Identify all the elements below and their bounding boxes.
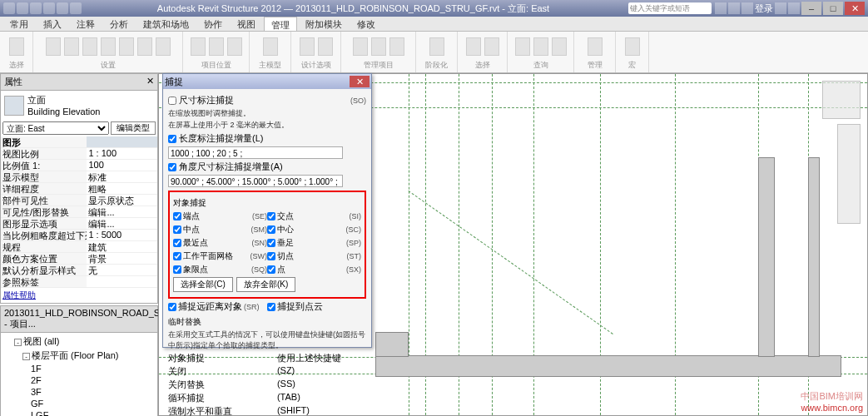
property-row[interactable]: 部件可见性显示原状态 [1,195,157,206]
do-ic1[interactable] [300,37,315,56]
info-icon[interactable] [715,2,727,14]
tree-node[interactable]: 2F [2,374,156,386]
deselect-all-button[interactable]: 放弃全部(K) [236,277,295,292]
snap-option[interactable]: 中点(SM) [173,224,267,235]
modify-icon[interactable] [9,37,24,56]
q-ic1[interactable] [515,37,530,56]
close-button[interactable]: ✕ [845,2,865,15]
length-increments[interactable]: 1000 ; 100 ; 20 ; 5 ; [168,146,343,159]
close-snap-checkbox[interactable] [168,97,176,105]
tree-node[interactable]: -视图 (all) [2,334,156,349]
tree-node[interactable]: LGF [2,409,156,416]
tree-node[interactable]: 1F [2,363,156,374]
dialog-close-button[interactable]: ✕ [350,76,370,87]
nav-bar[interactable] [837,124,861,224]
snap-option[interactable]: 最近点(SN) [173,237,267,249]
tree-node[interactable]: -楼层平面 (Floor Plan) [2,349,156,363]
length-snap-checkbox[interactable] [168,135,176,143]
snap-option[interactable]: 交点(SI) [267,210,361,222]
tab-annotate[interactable]: 注释 [70,17,102,31]
ic4[interactable] [101,37,116,56]
tab-addons[interactable]: 附加模块 [299,17,349,31]
ph-ic[interactable] [429,37,444,56]
loc-ic1[interactable] [191,37,206,56]
property-row[interactable]: 详细程度粗略 [1,183,157,195]
snap-option[interactable]: 垂足(SP) [267,237,361,249]
main-model-icon[interactable] [263,37,278,56]
tab-analyze[interactable]: 分析 [103,17,135,31]
property-row[interactable]: 显示模型标准 [1,171,157,183]
tab-view[interactable]: 视图 [231,17,262,31]
snap-option[interactable]: 切点(ST) [267,250,361,262]
property-row[interactable]: 可见性/图形替换编辑... [1,206,157,218]
property-row[interactable]: 规程建筑 [1,241,157,253]
do-ic2[interactable] [318,37,333,56]
property-row[interactable]: 默认分析显示样式无 [1,265,157,276]
dialog-title-bar[interactable]: 捕捉 ✕ [163,74,371,89]
minimize-button[interactable]: – [801,2,821,15]
ic6[interactable] [137,37,152,56]
mp-ic3[interactable] [389,37,404,56]
panel-close-icon[interactable]: ✕ [146,76,154,88]
ribbon-manage: 管理 [588,60,603,71]
tab-collab[interactable]: 协作 [197,17,229,31]
property-row[interactable]: 当比例粗略度超过下列...1 : 5000 [1,230,157,241]
snap-option[interactable]: 端点(SE) [173,210,267,222]
sel-ic2[interactable] [484,37,499,56]
snap-option[interactable]: 点(SX) [267,264,361,275]
ic1[interactable] [46,37,61,56]
help-icon[interactable] [788,2,800,14]
qat-save-icon[interactable] [30,2,42,14]
mp-ic1[interactable] [353,37,368,56]
maximize-button[interactable]: □ [823,2,843,15]
comm-icon[interactable] [775,2,786,14]
loc-ic2[interactable] [209,37,224,56]
ribbon-phase: 阶段化 [425,60,448,71]
property-row[interactable]: 图形显示选项编辑... [1,218,157,230]
star-icon[interactable] [728,2,740,14]
qat-undo-icon[interactable] [43,2,55,14]
ic5[interactable] [119,37,134,56]
angle-increments[interactable]: 90.000° ; 45.000° ; 15.000° ; 5.000° ; 1… [168,175,343,187]
tab-insert[interactable]: 插入 [37,17,68,31]
property-row[interactable]: 参照标签 [1,276,157,288]
edit-type-button[interactable]: 编辑类型 [111,121,156,135]
property-row[interactable]: 比例值 1:100 [1,160,157,171]
login-link[interactable]: 登录 [755,2,773,14]
help-search[interactable]: 键入关键字或短语 [628,2,712,14]
user-icon[interactable] [742,2,753,14]
tree-node[interactable]: 3F [2,386,156,398]
snap-option[interactable]: 象限点(SQ) [173,264,267,275]
snap-option[interactable]: 工作平面网格(SW) [173,250,267,262]
macro-ic[interactable] [625,37,640,56]
snap-option[interactable]: 中心(SC) [267,224,361,235]
cloud-snap-checkbox[interactable] [267,303,275,311]
q-ic3[interactable] [552,37,567,56]
qat-redo-icon[interactable] [57,2,68,14]
view-cube[interactable] [822,81,861,119]
app-icon[interactable] [3,2,15,14]
sel-ic1[interactable] [466,37,481,56]
tab-modify[interactable]: 修改 [350,17,382,31]
properties-help-link[interactable]: 属性帮助 [1,288,157,303]
snap-settings-icon[interactable] [82,37,97,56]
tab-home[interactable]: 常用 [3,17,35,31]
select-all-button[interactable]: 选择全部(C) [173,277,233,292]
ic2[interactable] [64,37,79,56]
loc-ic3[interactable] [227,37,242,56]
property-row[interactable]: 颜色方案位置背景 [1,253,157,265]
tree-node[interactable]: GF [2,398,156,409]
qat-open-icon[interactable] [17,2,28,14]
ic7[interactable] [156,37,171,56]
browser-tree[interactable]: -视图 (all)-楼层平面 (Floor Plan)1F2F3FGFLGFSi… [0,333,158,416]
remote-snap-checkbox[interactable] [168,303,176,311]
angle-snap-checkbox[interactable] [168,163,176,171]
mg-ic[interactable] [588,37,603,56]
qat-print-icon[interactable] [70,2,82,14]
q-ic2[interactable] [533,37,548,56]
tab-archsite[interactable]: 建筑和场地 [136,17,196,31]
tab-manage[interactable]: 管理 [264,17,297,31]
mp-ic2[interactable] [371,37,386,56]
element-selector[interactable]: 立面: East [2,121,109,135]
property-row[interactable]: 视图比例1 : 100 [1,148,157,160]
